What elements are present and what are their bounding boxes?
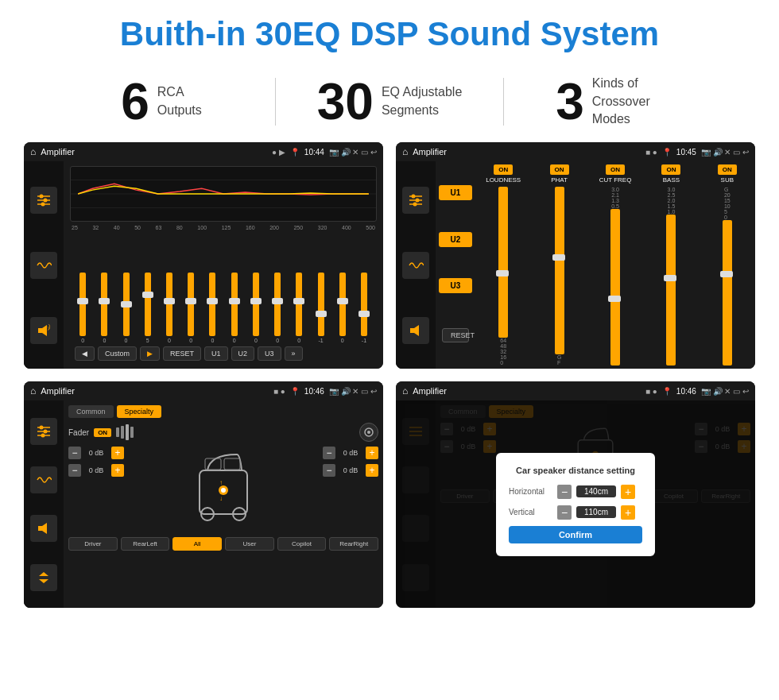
db-minus-1[interactable]: − <box>68 464 81 477</box>
fader-topbar-time: 10:46 <box>304 387 324 396</box>
dialog-horizontal-plus[interactable]: + <box>621 485 635 499</box>
db-plus-3[interactable]: + <box>366 464 378 477</box>
db-plus-1[interactable]: + <box>111 464 124 477</box>
db-minus-2[interactable]: − <box>323 447 335 459</box>
crossover-reset-btn[interactable]: RESET <box>442 328 469 342</box>
phat-label: PHAT <box>551 176 568 184</box>
dialog-vertical-value: 110cm <box>576 506 616 518</box>
eq-play-btn[interactable]: ▶ <box>140 346 160 361</box>
dialog-horizontal-minus[interactable]: − <box>557 485 572 499</box>
sub-on-badge: ON <box>718 164 737 175</box>
crossover-topbar-title: Amplifier <box>413 147 641 157</box>
eq-topbar-indicators: ● ▶ <box>272 148 285 157</box>
fader-settings-icon[interactable] <box>359 423 378 442</box>
db-plus-2[interactable]: + <box>366 447 378 459</box>
dialog-topbar-title: Amplifier <box>413 386 641 396</box>
dialog-horizontal-label: Horizontal <box>509 487 552 496</box>
crossover-wave-icon[interactable] <box>402 252 429 279</box>
svg-point-18 <box>413 203 417 207</box>
dialog-vertical-label: Vertical <box>509 508 552 516</box>
stat-eq: 30 EQ Adjustable Segments <box>276 76 503 127</box>
fader-bottom-btns: Driver RearLeft All User Copilot RearRig… <box>68 537 378 551</box>
eq-chart <box>70 166 377 222</box>
eq-prev-btn[interactable]: ◀ <box>75 346 95 361</box>
fader-rearleft-btn[interactable]: RearLeft <box>121 537 170 551</box>
eq-slider-9: 0 <box>268 273 287 343</box>
eq-reset-btn[interactable]: RESET <box>163 346 201 361</box>
fader-speaker-icon[interactable] <box>30 515 57 542</box>
db-minus-0[interactable]: − <box>68 447 81 459</box>
db-val-1: 0 dB <box>84 466 108 474</box>
fader-tab-common[interactable]: Common <box>68 405 114 418</box>
dialog-home-icon: ⌂ <box>402 385 408 396</box>
param-sub: ON SUB G 20 15 10 5 0 <box>703 164 752 365</box>
fader-slider-bars[interactable] <box>116 424 134 440</box>
fader-driver-btn[interactable]: Driver <box>68 537 118 551</box>
sub-values: G 20 15 10 5 0 <box>724 187 731 220</box>
param-loudness: ON LOUDNESS 64 48 32 16 0 <box>479 164 528 365</box>
cutfreq-slider[interactable] <box>610 209 620 365</box>
fader-user-btn[interactable]: User <box>225 537 274 551</box>
svg-rect-27 <box>38 526 42 531</box>
dialog-vertical-minus[interactable]: − <box>557 505 572 520</box>
eq-slider-12: 0 <box>333 273 352 343</box>
eq-filter-icon[interactable] <box>30 187 57 214</box>
loudness-slider[interactable] <box>498 187 508 338</box>
db-row-2: − 0 dB + <box>323 447 378 459</box>
stat-label-crossover: Kinds of Crossover Modes <box>592 75 680 128</box>
crossover-u1-btn[interactable]: U1 <box>439 185 472 200</box>
crossover-u3-btn[interactable]: U3 <box>439 278 472 293</box>
fader-body: Common Specialty Fader ON <box>24 400 383 608</box>
crossover-filter-icon[interactable] <box>402 187 429 214</box>
fader-tab-specialty[interactable]: Specialty <box>117 405 162 418</box>
eq-wave-icon[interactable] <box>30 252 57 279</box>
phat-slider[interactable] <box>555 187 564 354</box>
crossover-speaker-icon[interactable] <box>402 317 429 344</box>
fader-topbar: ⌂ Amplifier ■ ● 📍 10:46 📷 🔊 ✕ ▭ ↩ <box>24 381 383 400</box>
fader-filter-icon[interactable] <box>30 418 57 445</box>
fader-left-panel <box>24 400 64 608</box>
eq-speaker-icon[interactable]: ) ) <box>30 317 57 344</box>
eq-u1-btn[interactable]: U1 <box>204 346 228 361</box>
cutfreq-label: CUT FREQ <box>599 176 632 184</box>
svg-marker-7 <box>42 325 47 336</box>
sub-slider[interactable] <box>723 220 732 365</box>
fader-all-btn[interactable]: All <box>172 537 222 551</box>
dialog-confirm-button[interactable]: Confirm <box>509 526 642 543</box>
dialog-horizontal-value: 140cm <box>576 485 616 497</box>
db-val-3: 0 dB <box>339 466 362 474</box>
eq-body: ) ) <box>24 161 383 369</box>
eq-more-btn[interactable]: » <box>285 346 303 361</box>
dialog-topbar: ⌂ Amplifier ■ ● 📍 10:46 📷 🔊 ✕ ▭ ↩ <box>396 381 755 400</box>
dialog-horizontal-row: Horizontal − 140cm + <box>509 485 642 499</box>
eq-main-panel: 25 32 40 50 63 80 100 125 160 200 250 32… <box>64 161 383 369</box>
location-icon: 📍 <box>290 148 300 157</box>
cutfreq-values: 3.0 2.1 1.3 0.5 <box>611 187 619 209</box>
dialog-screen: ⌂ Amplifier ■ ● 📍 10:46 📷 🔊 ✕ ▭ ↩ <box>396 381 755 608</box>
fader-location-icon: 📍 <box>290 387 300 396</box>
dialog-vertical-plus[interactable]: + <box>621 505 635 520</box>
eq-u2-btn[interactable]: U2 <box>231 346 255 361</box>
eq-topbar-title: Amplifier <box>41 147 267 157</box>
fader-label-row: Fader ON <box>68 423 378 442</box>
fader-wave-icon[interactable] <box>30 466 57 493</box>
crossover-u2-btn[interactable]: U2 <box>439 232 472 247</box>
db-minus-3[interactable]: − <box>323 464 335 477</box>
bass-values: 3.0 2.5 2.0 1.5 1.0 <box>668 187 676 215</box>
param-bass: ON BASS 3.0 2.5 2.0 1.5 1.0 <box>646 164 696 365</box>
fader-expand-icon[interactable] <box>30 564 57 591</box>
dialog-vertical-row: Vertical − 110cm + <box>509 505 642 520</box>
screenshots-grid: ⌂ Amplifier ● ▶ 📍 10:44 📷 🔊 ✕ ▭ ↩ <box>0 142 779 624</box>
dialog-title: Car speaker distance setting <box>509 466 642 475</box>
bass-slider[interactable] <box>666 215 676 365</box>
fader-rearright-btn[interactable]: RearRight <box>329 537 378 551</box>
svg-marker-29 <box>39 572 48 576</box>
db-val-2: 0 dB <box>339 449 362 457</box>
fader-copilot-btn[interactable]: Copilot <box>277 537 327 551</box>
eq-u3-btn[interactable]: U3 <box>258 346 281 361</box>
db-plus-0[interactable]: + <box>111 447 124 459</box>
distance-dialog-overlay: Car speaker distance setting Horizontal … <box>396 400 755 608</box>
stat-number-crossover: 3 <box>556 76 584 127</box>
sub-label: SUB <box>721 176 734 184</box>
fader-controls: − 0 dB + − 0 dB + <box>68 447 378 534</box>
